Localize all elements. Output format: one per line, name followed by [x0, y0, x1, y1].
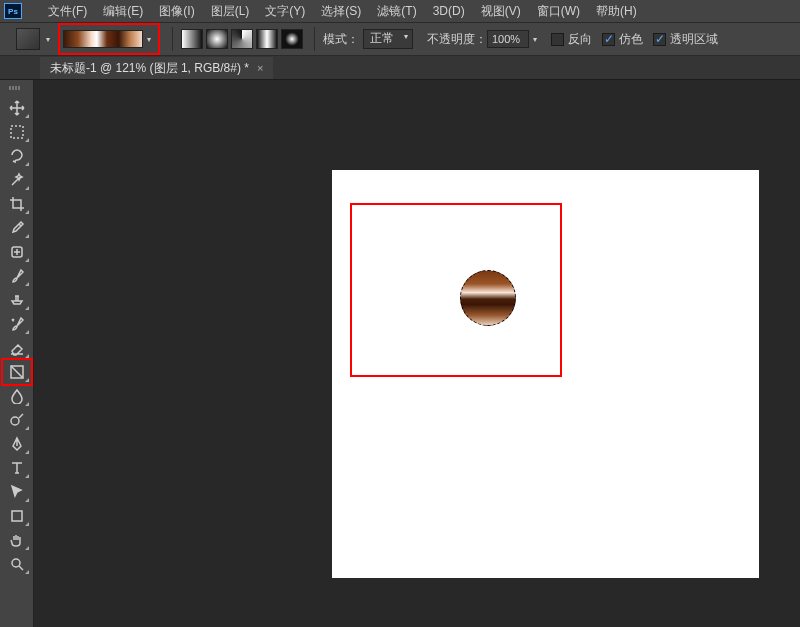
dither-checkbox[interactable]: [602, 33, 615, 46]
annotation-box: [350, 203, 562, 377]
type-tool[interactable]: [3, 456, 31, 480]
pen-tool[interactable]: [3, 432, 31, 456]
svg-point-3: [11, 417, 19, 425]
reverse-checkbox[interactable]: [551, 33, 564, 46]
opacity-input[interactable]: 100%: [487, 30, 529, 48]
path-select-tool[interactable]: [3, 480, 31, 504]
brush-tool[interactable]: [3, 264, 31, 288]
menu-edit[interactable]: 编辑(E): [95, 3, 151, 20]
toolbox: [0, 80, 34, 627]
transparency-label: 透明区域: [670, 31, 718, 48]
gradient-picker[interactable]: [63, 30, 143, 48]
close-icon[interactable]: ×: [257, 62, 263, 74]
svg-point-5: [12, 559, 20, 567]
hand-tool[interactable]: [3, 528, 31, 552]
opacity-value: 100%: [492, 33, 520, 45]
zoom-tool[interactable]: [3, 552, 31, 576]
blend-mode-value: 正常: [370, 31, 394, 45]
reverse-label: 反向: [568, 31, 592, 48]
spot-heal-tool[interactable]: [3, 240, 31, 264]
document-tabbar: 未标题-1 @ 121% (图层 1, RGB/8#) * ×: [0, 56, 800, 80]
crop-tool[interactable]: [3, 192, 31, 216]
svg-rect-0: [11, 126, 23, 138]
gradient-linear-button[interactable]: [181, 29, 203, 49]
dodge-tool[interactable]: [3, 408, 31, 432]
menu-select[interactable]: 选择(S): [313, 3, 369, 20]
options-bar: ▾ ▾ 模式： 正常 ▾ 不透明度： 100% ▾ 反向 仿色 透明区域: [0, 22, 800, 56]
gradient-picker-highlight: ▾: [58, 23, 160, 55]
menu-image[interactable]: 图像(I): [151, 3, 202, 20]
eyedropper-tool[interactable]: [3, 216, 31, 240]
history-brush-tool[interactable]: [3, 312, 31, 336]
menu-layer[interactable]: 图层(L): [203, 3, 258, 20]
gradient-reflected-button[interactable]: [256, 29, 278, 49]
move-tool[interactable]: [3, 96, 31, 120]
separator: [172, 27, 173, 51]
dither-label: 仿色: [619, 31, 643, 48]
tool-preset-button[interactable]: [16, 28, 40, 50]
gradient-picker-dropdown[interactable]: ▾: [143, 28, 155, 50]
menu-window[interactable]: 窗口(W): [529, 3, 588, 20]
tool-preset-dropdown[interactable]: ▾: [42, 28, 54, 50]
opacity-label: 不透明度：: [427, 31, 487, 48]
toolbox-grip[interactable]: [9, 86, 25, 90]
shape-tool[interactable]: [3, 504, 31, 528]
clone-stamp-tool[interactable]: [3, 288, 31, 312]
gradient-diamond-button[interactable]: [281, 29, 303, 49]
blur-tool[interactable]: [3, 384, 31, 408]
separator: [314, 27, 315, 51]
svg-rect-4: [12, 511, 22, 521]
document-tab[interactable]: 未标题-1 @ 121% (图层 1, RGB/8#) * ×: [40, 57, 273, 79]
transparency-checkbox[interactable]: [653, 33, 666, 46]
menu-filter[interactable]: 滤镜(T): [369, 3, 424, 20]
menu-3d[interactable]: 3D(D): [425, 4, 473, 18]
menu-type[interactable]: 文字(Y): [257, 3, 313, 20]
app-logo: Ps: [4, 3, 22, 19]
eraser-tool[interactable]: [3, 336, 31, 360]
opacity-dropdown[interactable]: ▾: [529, 28, 541, 50]
magic-wand-tool[interactable]: [3, 168, 31, 192]
blend-mode-select[interactable]: 正常 ▾: [363, 29, 413, 49]
gradient-radial-button[interactable]: [206, 29, 228, 49]
gradient-angle-button[interactable]: [231, 29, 253, 49]
menu-file[interactable]: 文件(F): [40, 3, 95, 20]
circular-selection[interactable]: [460, 270, 516, 326]
marquee-tool[interactable]: [3, 120, 31, 144]
menu-help[interactable]: 帮助(H): [588, 3, 645, 20]
document-tab-title: 未标题-1 @ 121% (图层 1, RGB/8#) *: [50, 60, 249, 77]
gradient-tool[interactable]: [3, 360, 31, 384]
mode-label: 模式：: [323, 31, 359, 48]
lasso-tool[interactable]: [3, 144, 31, 168]
menu-view[interactable]: 视图(V): [473, 3, 529, 20]
menu-bar: Ps 文件(F) 编辑(E) 图像(I) 图层(L) 文字(Y) 选择(S) 滤…: [0, 0, 800, 22]
